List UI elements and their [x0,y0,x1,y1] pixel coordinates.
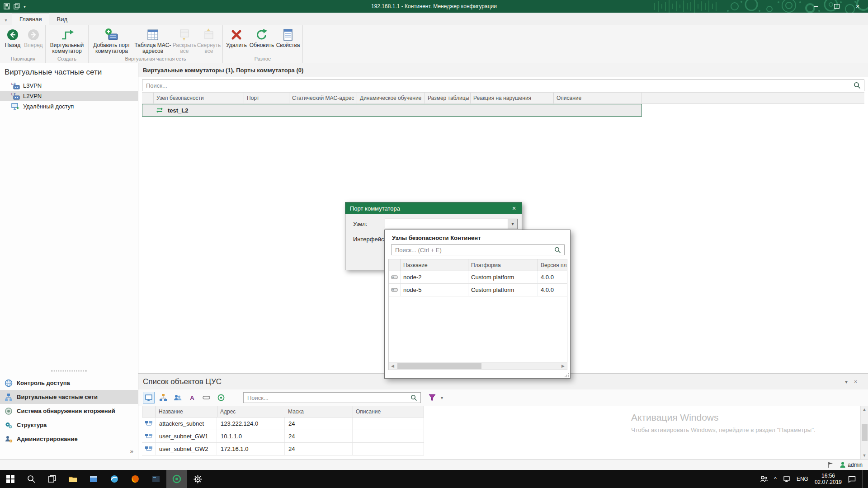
object-row[interactable]: user_subnet_GW1 10.1.1.0 24 [142,430,424,443]
column-mask[interactable]: Маска [285,406,353,417]
scroll-left-icon[interactable]: ◀ [389,364,396,368]
sidebar-item-ids[interactable]: Система обнаружения вторжений [0,404,138,418]
virtual-switch-row-icon [156,107,163,113]
filter-funnel-icon[interactable] [426,392,438,404]
search-icon[interactable] [410,394,417,401]
filter-connector-icon[interactable] [201,392,212,404]
back-button[interactable]: Назад [2,26,23,56]
continent-app-button[interactable] [166,470,187,488]
subnet-icon [142,443,156,455]
taskbar-search-button[interactable] [21,470,42,488]
column-port[interactable]: Порт [244,93,289,103]
ribbon-menu-caret-icon[interactable]: ▾ [0,18,12,25]
filter-target-icon[interactable] [215,392,227,404]
properties-button[interactable]: Свойства [275,26,301,56]
search-icon[interactable] [554,247,561,253]
node-combobox[interactable]: ▾ [385,219,518,229]
objects-panel-scrollbar[interactable]: ▲ ▼ [860,406,868,459]
console-app-button[interactable] [146,470,166,488]
column-name[interactable]: Название [156,406,217,417]
objects-search-input[interactable] [244,394,410,401]
dialog-titlebar[interactable]: Порт коммутатора × [345,202,522,214]
blue-window-icon [90,475,98,483]
combo-caret-icon[interactable]: ▾ [508,219,517,229]
start-button[interactable] [0,470,21,488]
scroll-right-icon[interactable]: ▶ [559,364,567,368]
admin-user-gear-icon [5,435,13,443]
object-row[interactable]: user_subnet_GW2 172.16.1.0 24 [142,443,424,455]
funnel-caret-icon[interactable]: ▾ [441,395,443,400]
column-address[interactable]: Адрес [217,406,285,417]
sidebar-item-vpn[interactable]: Виртуальные частные сети [0,390,138,404]
virtual-switch-button[interactable]: Виртуальный коммутатор [47,26,87,56]
firefox-button[interactable] [125,470,146,488]
search-icon[interactable] [854,82,861,89]
column-uzel[interactable]: Узел безопасности [154,93,244,103]
sidebar-item-structure[interactable]: Структура [0,418,138,432]
save-icon[interactable] [4,3,10,9]
clock[interactable]: 16:56 02.07.2019 [815,473,842,485]
popup-search-input[interactable] [392,247,554,253]
maximize-button[interactable] [826,0,847,13]
language-indicator[interactable]: ENG [797,476,808,482]
scroll-thumb[interactable] [397,363,481,369]
scroll-thumb[interactable] [862,424,868,441]
tree-item-remote-access[interactable]: Удалённый доступ [0,101,138,112]
node-row[interactable]: node-2 Custom platform 4.0.0 [389,271,567,284]
panel-menu-caret-icon[interactable]: ▾ [845,379,848,385]
column-description[interactable]: Описание [353,406,424,417]
resize-grip[interactable] [565,373,569,377]
tree-item-l2vpn[interactable]: L2 L2VPN [0,91,138,101]
scroll-up-icon[interactable]: ▲ [863,406,867,412]
column-name[interactable]: Название [401,259,468,271]
quick-access-toolbar: ▾ [0,3,26,9]
column-dyn-learning[interactable]: Динамическое обучение [357,93,425,103]
mac-table-button[interactable]: Таблица MAC-адресов [133,26,172,56]
node-row[interactable]: node-5 Custom platform 4.0.0 [389,284,567,296]
filter-hierarchy-icon[interactable] [157,392,169,404]
popup-hscrollbar[interactable]: ◀ ▶ [389,362,567,370]
blue-app-button[interactable] [83,470,104,488]
sidebar-item-administration[interactable]: Администрирование [0,432,138,446]
add-port-icon [104,28,119,42]
column-static-mac[interactable]: Статический MAC-адрес [289,93,357,103]
people-icon[interactable] [760,476,768,482]
ethernet-icon[interactable] [783,476,790,482]
qat-dropdown-icon[interactable]: ▾ [24,4,26,9]
sidebar-collapse-chevrons[interactable]: » [130,448,133,455]
objects-table-header: Название Адрес Маска Описание [142,406,424,418]
minimize-button[interactable] [806,0,826,13]
settings-button[interactable] [187,470,208,488]
action-center-icon[interactable] [848,476,856,483]
show-desktop-button[interactable] [862,470,865,488]
tree-item-l3vpn[interactable]: L3 L3VPN [0,80,138,91]
column-description[interactable]: Описание [554,93,642,103]
column-table-size[interactable]: Размер таблицы [425,93,471,103]
filter-users-icon[interactable] [172,392,184,404]
column-platform[interactable]: Платформа [468,259,538,271]
main-search-input[interactable] [142,82,854,89]
scroll-down-icon[interactable]: ▼ [863,453,867,459]
task-view-button[interactable] [42,470,62,488]
sidebar-item-access-control[interactable]: Контроль доступа [0,376,138,390]
filter-hosts-icon[interactable] [143,392,155,404]
filter-letter-a-icon[interactable]: A [186,392,198,404]
object-row[interactable]: attackers_subnet 123.222.124.0 24 [142,418,424,430]
ribbon-group-vpn: Добавить порт коммутатора Таблица MAC-ад… [89,25,223,63]
sidebar-splitter[interactable] [51,371,87,371]
close-button[interactable]: × [847,0,868,13]
add-switch-port-button[interactable]: Добавить порт коммутатора [90,26,133,56]
delete-button[interactable]: Удалить [224,26,249,56]
tab-vid[interactable]: Вид [49,14,75,25]
column-version[interactable]: Версия плат [538,259,567,271]
file-explorer-button[interactable] [62,470,83,488]
dialog-close-icon[interactable]: × [506,205,522,212]
window-layout-icon[interactable] [14,3,20,9]
column-violation[interactable]: Реакция на нарушения [471,93,554,103]
panel-close-icon[interactable]: × [854,379,857,385]
refresh-button[interactable]: Обновить [249,26,275,56]
browser-button[interactable] [104,470,125,488]
tab-glavnaya[interactable]: Главная [12,13,49,26]
switch-row-test-l2[interactable]: test_L2 [142,104,642,117]
tray-expand-icon[interactable]: ^ [774,476,777,482]
